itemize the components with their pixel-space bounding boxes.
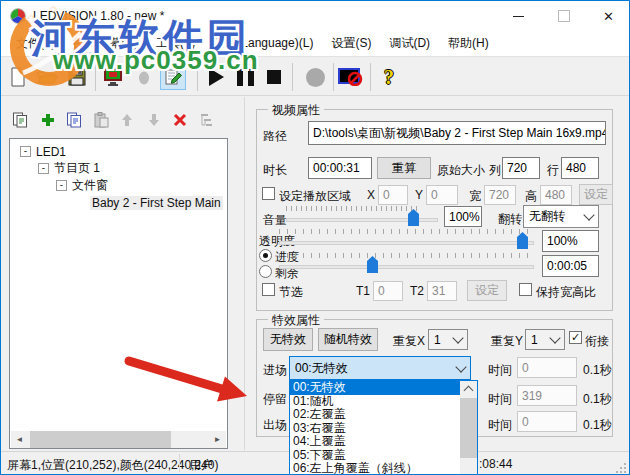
entrance-select[interactable]: 00:无特效 <box>289 356 471 380</box>
pause-button[interactable] <box>232 64 258 90</box>
dropdown-item[interactable]: 03:右覆盖 <box>290 422 460 436</box>
tree-pages-button[interactable] <box>11 111 29 129</box>
record-button[interactable] <box>302 64 328 90</box>
seek-slider[interactable] <box>279 252 534 276</box>
new-file-icon <box>8 67 28 87</box>
flip-select[interactable]: 无翻转 <box>523 205 599 228</box>
col-label: 列 <box>489 162 501 179</box>
no-effect-button[interactable]: 无特效 <box>263 328 313 351</box>
tree-item-led1[interactable]: LED1 <box>10 143 227 160</box>
repeat-x-select[interactable]: 1 <box>428 329 468 350</box>
volume-slider[interactable] <box>286 205 438 229</box>
stay-time-label: 时间 <box>488 391 512 408</box>
join-checkbox[interactable] <box>569 331 582 344</box>
menu-file[interactable]: 文件(F) <box>7 31 64 56</box>
stay-time-input[interactable]: 319 <box>517 385 577 406</box>
tree-paste-button[interactable] <box>92 111 110 129</box>
tree-item-program-page[interactable]: 节目页 1 <box>10 160 227 177</box>
exit-time-label: 时间 <box>488 417 512 434</box>
t1-input[interactable]: 0 <box>373 281 403 301</box>
repeat-y-select[interactable]: 1 <box>525 329 565 350</box>
height-input[interactable]: 480 <box>540 185 572 205</box>
tree-move-up-button[interactable] <box>118 111 136 129</box>
remaining-radio[interactable] <box>259 265 272 278</box>
mouse-button[interactable] <box>131 64 157 90</box>
status-user-text: 用户 <box>189 457 213 474</box>
slider-thumb[interactable] <box>517 232 528 249</box>
dropdown-item[interactable]: 05:下覆盖 <box>290 449 460 463</box>
screen-off-button[interactable] <box>338 64 364 90</box>
random-effect-button[interactable]: 随机特效 <box>318 328 378 351</box>
x-input[interactable]: 0 <box>378 185 408 205</box>
tree-item-file-window[interactable]: 文件窗 <box>10 177 227 194</box>
recalc-button[interactable]: 重算 <box>377 157 431 179</box>
scrollbar-thumb[interactable] <box>460 398 477 458</box>
help-button[interactable]: ? <box>376 64 402 90</box>
scroll-left-icon[interactable]: ◄ <box>11 431 28 448</box>
progress-radio[interactable] <box>259 249 272 262</box>
slider-thumb[interactable] <box>367 256 378 273</box>
stop-button[interactable] <box>261 64 287 90</box>
tree-horizontal-scrollbar[interactable]: ◄ ► <box>11 431 226 448</box>
close-button[interactable]: ✕ <box>586 1 630 31</box>
scroll-up-icon[interactable] <box>460 381 477 397</box>
width-input[interactable]: 720 <box>484 185 516 205</box>
slider-track[interactable] <box>279 265 534 269</box>
menu-help[interactable]: 帮助(H) <box>439 31 498 56</box>
collapse-icon[interactable] <box>56 180 67 191</box>
tree-structure-button[interactable] <box>197 111 215 129</box>
clip-checkbox[interactable] <box>262 283 275 296</box>
path-input[interactable]: D:\tools\桌面\新视频\Baby 2 - First Step Main… <box>308 121 606 145</box>
dropdown-item[interactable]: 01:随机 <box>290 395 460 409</box>
scroll-right-icon[interactable]: ► <box>209 431 226 448</box>
menu-debug[interactable]: 调试(D) <box>380 31 439 56</box>
exit-time-input[interactable]: 0 <box>517 411 577 432</box>
collapse-icon[interactable] <box>38 163 49 174</box>
tree-add-button[interactable] <box>39 111 57 129</box>
tree-move-down-button[interactable] <box>145 111 163 129</box>
new-button[interactable] <box>5 64 31 90</box>
dropdown-scrollbar[interactable] <box>460 381 477 475</box>
edit-button[interactable] <box>160 64 186 90</box>
tree-copy-button[interactable] <box>65 111 83 129</box>
y-label: Y <box>415 188 423 202</box>
resize-grip-icon[interactable] <box>616 463 627 474</box>
slider-ticks <box>286 206 418 211</box>
open-button[interactable] <box>34 64 60 90</box>
menu-tools[interactable]: 工具(T) <box>147 31 204 56</box>
menu-settings[interactable]: 设置(S) <box>322 31 380 56</box>
t2-label: T2 <box>410 284 424 298</box>
cols-input[interactable]: 720 <box>502 157 540 179</box>
arrow-up-icon <box>119 112 135 128</box>
minimize-button[interactable] <box>496 1 541 31</box>
app-icon <box>10 8 26 24</box>
tree-delete-button[interactable] <box>171 111 189 129</box>
screen-preview-button[interactable] <box>100 64 126 90</box>
edit-icon <box>163 67 183 87</box>
slider-track[interactable] <box>279 241 534 245</box>
dropdown-item[interactable]: 06:左上角覆盖（斜线） <box>290 462 460 475</box>
keep-aspect-checkbox[interactable] <box>519 283 532 296</box>
scrollbar-thumb[interactable] <box>30 431 171 448</box>
y-input[interactable]: 0 <box>426 185 458 205</box>
slider-ticks <box>279 253 531 258</box>
effect-dropdown-list: 00:无特效 01:随机 02:左覆盖 03:右覆盖 04:上覆盖 05:下覆盖… <box>289 380 478 475</box>
menu-language[interactable]: 语言(Language)(L) <box>204 31 322 56</box>
save-button[interactable] <box>64 64 90 90</box>
t2-input[interactable]: 31 <box>427 281 457 301</box>
rows-input[interactable]: 480 <box>561 157 599 179</box>
opacity-slider[interactable] <box>279 228 534 252</box>
dropdown-item[interactable]: 02:左覆盖 <box>290 408 460 422</box>
play-area-checkbox[interactable] <box>262 187 275 200</box>
dropdown-item[interactable]: 04:上覆盖 <box>290 435 460 449</box>
tree-item-video-file[interactable]: Baby 2 - First Step Main <box>10 194 227 211</box>
menu-control-screen[interactable]: 控制屏幕(C) <box>64 31 147 56</box>
window-title: LEDVISION 1.80 - new * <box>33 9 164 23</box>
maximize-button[interactable] <box>541 1 586 31</box>
entrance-time-input[interactable]: 0 <box>517 357 577 378</box>
collapse-icon[interactable] <box>20 146 31 157</box>
dropdown-item[interactable]: 00:无特效 <box>290 381 460 395</box>
play-button[interactable] <box>203 64 229 90</box>
slider-thumb[interactable] <box>408 209 419 226</box>
duration-input[interactable]: 00:00:31 <box>308 157 372 179</box>
